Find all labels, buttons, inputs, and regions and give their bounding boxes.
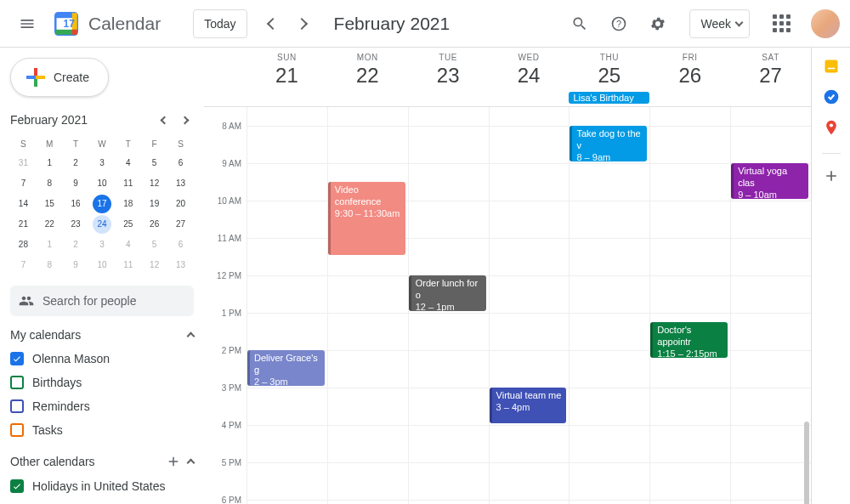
calendar-checkbox[interactable] [10,479,24,493]
mini-calendar: SMTWTFS 31123456789101112131415161718192… [10,134,194,275]
mini-day[interactable]: 10 [89,255,116,275]
main-menu-button[interactable] [10,7,44,41]
google-apps-button[interactable] [765,8,797,40]
mini-dow: T [115,134,141,153]
mini-prev-button[interactable] [155,110,173,129]
mini-day[interactable]: 11 [115,173,141,194]
view-selector[interactable]: Week [689,9,750,38]
mini-day[interactable]: 17 [89,194,116,214]
mini-day[interactable]: 3 [89,235,116,255]
mini-day[interactable]: 22 [37,214,63,235]
mini-day[interactable]: 19 [141,194,167,214]
next-period-button[interactable] [288,10,315,37]
mini-day[interactable]: 2 [63,153,89,173]
mini-dow: S [10,134,37,153]
chevron-right-icon [296,17,308,29]
mini-day[interactable]: 6 [167,235,194,255]
mini-day[interactable]: 1 [37,153,63,173]
mini-day[interactable]: 4 [115,235,141,255]
mini-next-button[interactable] [175,110,194,129]
search-button[interactable] [564,8,596,40]
mini-day[interactable]: 11 [115,255,141,275]
today-button[interactable]: Today [193,9,246,38]
mini-day[interactable]: 20 [167,194,194,214]
mini-day[interactable]: 18 [115,194,141,214]
calendar-item[interactable]: Holidays in United States [10,474,194,498]
mini-day[interactable]: 9 [63,255,89,275]
mini-day[interactable]: 1 [37,235,63,255]
settings-button[interactable] [642,8,674,40]
gear-icon [649,15,666,32]
mini-day[interactable]: 13 [167,173,194,194]
calendar-checkbox[interactable] [10,376,24,389]
mini-day[interactable]: 23 [63,214,89,235]
mini-day[interactable]: 8 [37,255,63,275]
current-period-label: February 2021 [334,14,450,34]
calendar-item[interactable]: Olenna Mason [10,347,194,371]
search-people-input[interactable]: Search for people [10,286,194,316]
help-button[interactable]: ? [603,8,635,40]
tasks-app-icon[interactable] [823,88,840,105]
add-calendar-button[interactable] [166,454,181,469]
mini-day[interactable]: 15 [37,194,63,214]
mini-day[interactable]: 13 [167,255,194,275]
add-addon-button[interactable] [823,167,840,184]
my-calendars-toggle[interactable]: My calendars [10,328,194,342]
calendar-item[interactable]: Tasks [10,418,194,442]
mini-day[interactable]: 7 [10,255,37,275]
mini-day[interactable]: 16 [63,194,89,214]
mini-day[interactable]: 7 [10,173,37,194]
mini-day[interactable]: 27 [167,214,194,235]
mini-day[interactable]: 2 [63,235,89,255]
mini-day[interactable]: 10 [89,173,116,194]
mini-day[interactable]: 21 [10,214,37,235]
calendar-checkbox[interactable] [10,399,24,413]
mini-day[interactable]: 25 [115,214,141,235]
mini-day[interactable]: 4 [115,153,141,173]
maps-app-icon[interactable] [823,119,840,136]
prev-period-button[interactable] [259,10,286,37]
calendar-event[interactable]: Deliver Grace's g2 – 3pm [247,350,325,386]
sidebar: Create February 2021 SMTWTFS 31123456789… [0,48,204,504]
hour-label: 4 PM [222,421,241,430]
mini-day[interactable]: 26 [141,214,167,235]
mini-day[interactable]: 5 [141,235,167,255]
chevron-up-icon [187,459,196,467]
mini-day[interactable]: 5 [141,153,167,173]
mini-day[interactable]: 6 [167,153,194,173]
allday-event[interactable]: Lisa's Birthday [569,92,649,104]
svg-text:?: ? [616,19,621,29]
keep-app-icon[interactable] [823,58,840,75]
mini-day[interactable]: 24 [89,214,116,235]
mini-day[interactable]: 8 [37,173,63,194]
other-calendars-label: Other calendars [10,455,95,468]
chevron-down-icon [735,18,744,26]
hour-label: 11 AM [218,234,241,243]
mini-day[interactable]: 3 [89,153,116,173]
calendar-event[interactable]: Order lunch for o12 – 1pm [409,275,486,311]
calendar-item[interactable]: Birthdays [10,371,194,394]
mini-day[interactable]: 14 [10,194,37,214]
mini-day[interactable]: 28 [10,235,37,255]
calendar-event[interactable]: Virtual team me3 – 4pm [490,388,567,423]
calendar-grid[interactable]: GMT-05 8 AM9 AM10 AM11 AM12 PM1 PM2 PM3 … [204,107,811,504]
svg-text:17: 17 [64,18,76,30]
other-calendars-toggle[interactable]: Other calendars [10,454,194,469]
calendar-event[interactable]: Video conference9:30 – 11:30am [328,182,405,255]
calendar-event[interactable]: Virtual yoga clas9 – 10am [731,163,808,199]
calendar-checkbox[interactable] [10,352,24,365]
calendar-event[interactable]: Doctor's appointr1:15 – 2:15pm [650,322,728,358]
calendar-event[interactable]: Take dog to the v8 – 9am [570,126,647,161]
app-header: 17 Calendar Today February 2021 ? Week [0,0,850,48]
calendar-item[interactable]: Reminders [10,394,194,418]
mini-day[interactable]: 12 [141,255,167,275]
mini-day[interactable]: 12 [141,173,167,194]
account-avatar[interactable] [811,9,840,38]
people-icon [19,293,34,309]
scrollbar-thumb[interactable] [804,422,809,504]
calendar-checkbox[interactable] [10,423,24,437]
create-button[interactable]: Create [10,58,109,97]
mini-day[interactable]: 31 [10,153,37,173]
mini-day[interactable]: 9 [63,173,89,194]
hour-label: 6 PM [222,496,241,505]
